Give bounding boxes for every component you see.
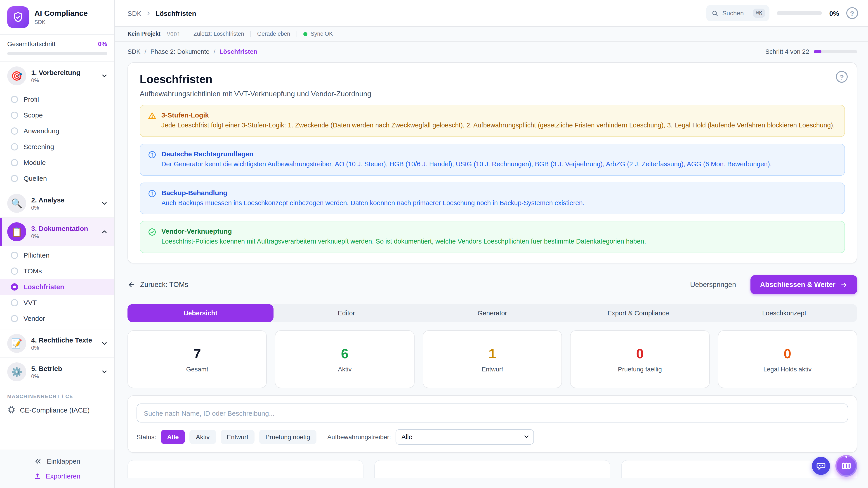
upload-icon xyxy=(34,473,41,480)
back-button[interactable]: Zurueck: TOMs xyxy=(127,281,188,289)
stat-gesamt: 7 Gesamt xyxy=(127,330,267,388)
search-placeholder-text: Suchen... xyxy=(722,9,749,17)
radio-icon xyxy=(11,315,18,322)
skip-button[interactable]: Ueberspringen xyxy=(687,280,739,289)
card-help-icon[interactable]: ? xyxy=(836,71,848,83)
loeschfristen-card: ? Loeschfristen Aufbewahrungsrichtlinien… xyxy=(127,62,857,263)
phase-label: 4. Rechtliche Texte xyxy=(31,336,96,344)
breadcrumb-current: Löschfristen xyxy=(156,9,196,17)
sidebar-item-quellen[interactable]: Quellen xyxy=(0,170,114,186)
sidebar-item-profil[interactable]: Profil xyxy=(0,91,114,107)
radio-icon xyxy=(11,127,18,134)
sidebar-item-screening[interactable]: Screening xyxy=(0,139,114,155)
ce-compliance-label: CE-Compliance (IACE) xyxy=(20,406,90,414)
policy-card-stub xyxy=(127,460,364,478)
status-pill-aktiv[interactable]: Aktiv xyxy=(190,430,216,444)
radio-icon xyxy=(11,175,18,182)
phase-label: 5. Betrieb xyxy=(31,364,96,372)
status-filter-label: Status: xyxy=(136,433,156,441)
sidebar-phase-vorbereitung[interactable]: 🎯 1. Vorbereitung 0% xyxy=(0,62,114,90)
radio-icon xyxy=(11,96,18,103)
main-area: SDK Löschfristen Suchen... ⌘K 0% ? Kein … xyxy=(115,0,868,488)
crumb-phase[interactable]: Phase 2: Dokumente xyxy=(150,48,210,55)
driver-select[interactable]: Alle xyxy=(396,429,534,445)
chat-bubble-icon xyxy=(816,461,826,471)
last-saved-time: Gerade eben xyxy=(257,31,290,37)
alert-title: 3-Stufen-Logik xyxy=(161,111,835,119)
phase-label: 3. Dokumentation xyxy=(31,224,96,232)
crumb-sdk[interactable]: SDK xyxy=(127,48,141,55)
alert-text: Auch Backups muessen ins Loeschkonzept e… xyxy=(161,198,585,208)
stats-row: 7 Gesamt 6 Aktiv 1 Entwurf 0 Pruefung fa… xyxy=(127,330,857,388)
driver-select-wrap: Alle xyxy=(396,429,534,445)
phase-percent: 0% xyxy=(31,373,96,379)
status-pill-alle[interactable]: Alle xyxy=(161,430,185,444)
step-label: Schritt 4 von 22 xyxy=(765,48,809,55)
topbar-breadcrumb: SDK Löschfristen xyxy=(127,9,196,17)
step-progress-track xyxy=(814,50,857,53)
stat-value: 0 xyxy=(636,346,644,361)
sidebar-item-vendor[interactable]: Vendor xyxy=(0,311,114,326)
sidebar-nav: 🎯 1. Vorbereitung 0% Profil Scope Anwend… xyxy=(0,62,114,418)
overall-progress-track xyxy=(7,52,107,55)
tab-export-compliance[interactable]: Export & Compliance xyxy=(565,304,711,322)
board-fab[interactable] xyxy=(835,455,857,477)
app-title: AI Compliance xyxy=(34,9,88,18)
sidebar-item-anwendung[interactable]: Anwendung xyxy=(0,123,114,139)
sidebar-item-module[interactable]: Module xyxy=(0,155,114,170)
collapse-sidebar-button[interactable]: Einklappen xyxy=(34,457,80,465)
overall-progress: Gesamtfortschritt 0% xyxy=(0,35,114,62)
sidebar-item-scope[interactable]: Scope xyxy=(0,107,114,123)
help-icon[interactable]: ? xyxy=(846,7,858,19)
sidebar-phase-betrieb[interactable]: ⚙️ 5. Betrieb 0% xyxy=(0,358,114,386)
project-status: Kein Projekt xyxy=(127,31,160,37)
alert-title: Backup-Behandlung xyxy=(161,189,585,196)
sidebar-phase-rechtliche-texte[interactable]: 📝 4. Rechtliche Texte 0% xyxy=(0,329,114,358)
sidebar-phase-dokumentation[interactable]: 📋 3. Dokumentation 0% xyxy=(0,218,114,246)
tab-uebersicht[interactable]: Uebersicht xyxy=(127,304,274,322)
phase-percent: 0% xyxy=(31,77,96,84)
policy-search-input[interactable] xyxy=(136,403,848,422)
memo-icon: 📝 xyxy=(7,334,26,353)
warning-icon xyxy=(148,111,156,120)
global-search-button[interactable]: Suchen... ⌘K xyxy=(706,5,770,21)
columns-icon xyxy=(841,460,852,471)
export-button[interactable]: Exportieren xyxy=(34,472,80,480)
radio-selected-icon xyxy=(11,283,18,290)
chevron-down-icon xyxy=(101,368,108,376)
topbar-right: Suchen... ⌘K 0% ? xyxy=(706,5,858,21)
sidebar-item-loeschfristen[interactable]: Löschfristen xyxy=(0,279,114,295)
tab-generator[interactable]: Generator xyxy=(419,304,565,322)
divider xyxy=(250,31,251,37)
chevron-down-icon xyxy=(101,200,108,207)
alert-backup: Backup-Behandlung Auch Backups muessen i… xyxy=(140,182,845,215)
topbar: SDK Löschfristen Suchen... ⌘K 0% ? xyxy=(115,0,868,27)
sidebar-phase-analyse[interactable]: 🔍 2. Analyse 0% xyxy=(0,189,114,218)
stat-label: Aktiv xyxy=(338,365,352,372)
overall-progress-label: Gesamtfortschritt xyxy=(7,40,55,47)
sidebar-item-pflichten[interactable]: Pflichten xyxy=(0,247,114,263)
sidebar-item-toms[interactable]: TOMs xyxy=(0,263,114,279)
stat-aktiv: 6 Aktiv xyxy=(275,330,414,388)
radio-icon xyxy=(11,299,18,306)
tab-loeschkonzept[interactable]: Loeschkonzept xyxy=(711,304,857,322)
status-pill-entwurf[interactable]: Entwurf xyxy=(220,430,254,444)
page-title: Loeschfristen xyxy=(140,73,845,86)
stat-legal-holds: 0 Legal Holds aktiv xyxy=(718,330,857,388)
chat-fab[interactable] xyxy=(812,457,830,475)
target-icon: 🎯 xyxy=(7,66,26,86)
alert-title: Deutsche Rechtsgrundlagen xyxy=(161,150,772,158)
info-icon xyxy=(148,189,156,198)
complete-next-button[interactable]: Abschliessen & Weiter xyxy=(750,275,857,294)
tab-editor[interactable]: Editor xyxy=(274,304,420,322)
breadcrumb-root[interactable]: SDK xyxy=(127,9,142,17)
sidebar-item-vvt[interactable]: VVT xyxy=(0,295,114,311)
chevron-down-icon xyxy=(101,340,108,347)
radio-icon xyxy=(11,159,18,166)
stat-label: Legal Holds aktiv xyxy=(763,365,811,372)
sidebar-item-ce-compliance[interactable]: CE-Compliance (IACE) xyxy=(0,402,114,418)
radio-icon xyxy=(11,252,18,259)
sync-ok-dot xyxy=(303,32,307,36)
status-pill-pruefung-noetig[interactable]: Pruefung noetig xyxy=(259,430,316,444)
topbar-progress-track xyxy=(777,11,822,15)
